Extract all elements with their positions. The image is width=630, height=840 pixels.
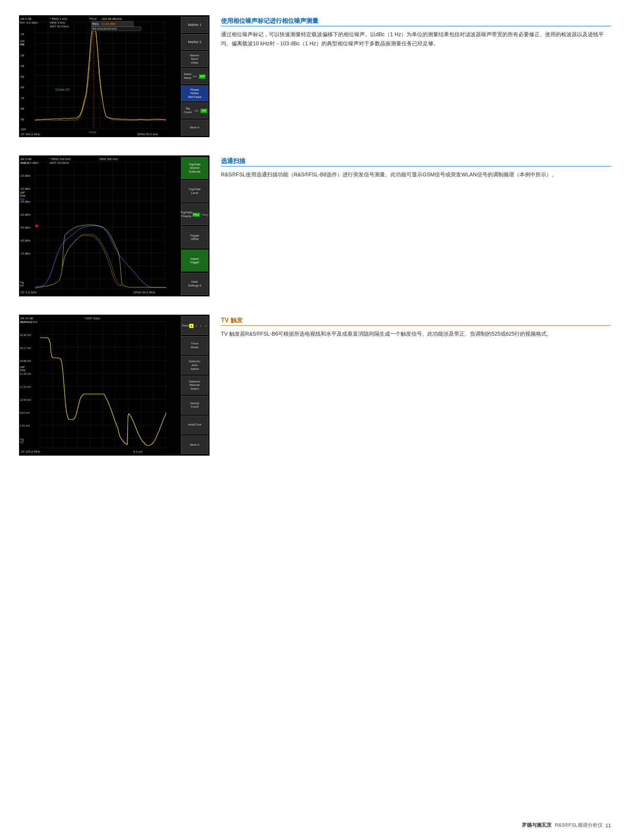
sidebar-phase-noise: Marker 1 Marker 2 MarkerNormDelta NoiseM… <box>180 15 209 137</box>
svg-text:-3 dBm: -3 dBm <box>20 161 29 165</box>
btn-trace-select[interactable]: Trace 1 2 3 4 <box>181 316 208 335</box>
svg-text:CF 225.0 MHz: CF 225.0 MHz <box>21 450 40 453</box>
section-gate-sweep: Att 5 dB * RBW 100 kHz VBW 300 kHz SWT 1… <box>19 155 611 296</box>
svg-text:VBW 300 kHz: VBW 300 kHz <box>99 157 118 161</box>
btn-more-0[interactable]: More 0 <box>181 120 208 136</box>
screen-tv-trigger: Att 10 dB * SWT 62μs Ref 43.1 mV 38.791 … <box>19 315 209 456</box>
spectrum-svg-gate: Att 5 dB * RBW 100 kHz VBW 300 kHz SWT 1… <box>19 155 180 296</box>
btn-trg-gate-source[interactable]: Trg/GateSourceExternal <box>181 157 208 179</box>
svg-text:MI[1]: MI[1] <box>92 22 99 26</box>
svg-text:1Sa: 1Sa <box>20 40 25 42</box>
svg-text:* SWT 62μs: * SWT 62μs <box>84 317 100 320</box>
btn-trg-gate-polarity[interactable]: Trg/GatePolarityPosNeg <box>181 203 208 226</box>
svg-text:30.17 mV: 30.17 mV <box>20 347 31 349</box>
content-gate-sweep: 选通扫描 R&S®FSL使用选通扫描功能（R&S®FSL-B8选件）进行突发信号… <box>221 155 611 179</box>
svg-rect-81 <box>35 225 38 227</box>
svg-text:-39: -39 <box>20 54 24 57</box>
svg-text:2Av: 2Av <box>20 198 24 201</box>
svg-text:Count 20: Count 20 <box>55 88 69 91</box>
svg-text:-13 dBm: -13 dBm <box>20 174 30 178</box>
section-phase-noise: Att 0 dB * RBW 1 kHz Phn2 -102.46 dBc/Hz… <box>19 15 611 137</box>
spectrum-display-gate: Att 5 dB * RBW 100 kHz VBW 300 kHz SWT 1… <box>19 155 209 296</box>
svg-text:Ext: Ext <box>20 284 24 287</box>
svg-text:SWT 15.00ms: SWT 15.00ms <box>50 161 69 165</box>
title-tv-trigger: TV 触发 <box>221 317 611 326</box>
body-phase-noise: 通过相位噪声标记，可以快速测量特定载波偏移下的相位噪声。以dBc（1 Hz）为单… <box>221 30 611 48</box>
svg-text:CF 500.0 MHz: CF 500.0 MHz <box>21 133 40 136</box>
body-tv-trigger: TV 触发器R&S®FSL-B6可根据所选电视线和水平及或垂直消隐间隔生成一个触… <box>221 330 611 339</box>
btn-trg-gate-level[interactable]: Trg/GateLevel <box>181 180 208 202</box>
svg-text:1AP: 1AP <box>20 191 25 194</box>
btn-sweep-count[interactable]: SweepCount <box>181 396 208 414</box>
svg-text:-53 dBm: -53 dBm <box>20 226 30 229</box>
svg-text:Att  0 dB: Att 0 dB <box>21 17 31 21</box>
btn-gate-settings[interactable]: GateSettings 0 <box>181 273 208 295</box>
btn-marker-norm-delta[interactable]: MarkerNormDelta <box>181 51 208 67</box>
svg-text:-63 dBm: -63 dBm <box>20 239 30 242</box>
btn-phase-noise-ref[interactable]: PhaseNoiseRef Fixed <box>181 85 208 101</box>
svg-text:Trg: Trg <box>20 281 24 284</box>
btn-detector-manual-select[interactable]: DetectorManualSelect <box>181 376 208 394</box>
btn-detector-auto-select[interactable]: DetectorAutoSelect <box>181 356 208 374</box>
svg-text:-79: -79 <box>20 96 24 100</box>
title-phase-noise: 使用相位噪声标记进行相位噪声测量 <box>221 17 611 26</box>
svg-text:-89: -89 <box>20 107 24 110</box>
footer-brand: 罗德与施瓦茨 <box>522 822 552 829</box>
svg-text:VBW  3 kHz: VBW 3 kHz <box>50 21 65 24</box>
svg-text:4.31 mV: 4.31 mV <box>20 424 30 427</box>
svg-text:Att  10 dB: Att 10 dB <box>21 317 33 320</box>
sidebar-tv: Trace 1 2 3 4 TraceMode DetectorAutoSele… <box>180 315 209 456</box>
btn-hold-cont[interactable]: Hold/Cont <box>181 416 208 434</box>
content-tv-trigger: TV 触发 TV 触发器R&S®FSL-B6可根据所选电视线和水平及或垂直消隐间… <box>221 315 611 339</box>
svg-text:Ref -9.0 dBm: Ref -9.0 dBm <box>20 21 38 24</box>
content-phase-noise: 使用相位噪声标记进行相位噪声测量 通过相位噪声标记，可以快速测量特定载波偏移下的… <box>221 15 611 48</box>
screen-gate-sweep: Att 5 dB * RBW 100 kHz VBW 300 kHz SWT 1… <box>19 155 209 296</box>
svg-text:Avg: Avg <box>20 43 24 46</box>
svg-text:-102.46 dBc/Hz: -102.46 dBc/Hz <box>101 17 122 21</box>
svg-text:-49: -49 <box>20 64 24 68</box>
body-gate-sweep: R&S®FSL使用选通扫描功能（R&S®FSL-B8选件）进行突发信号测量。此功… <box>221 170 611 179</box>
svg-text:6.2 μs/: 6.2 μs/ <box>133 450 143 453</box>
svg-text:-19: -19 <box>20 32 24 36</box>
svg-text:-11.81 dBm: -11.81 dBm <box>101 22 116 26</box>
svg-text:500.000100000 MHz: 500.000100000 MHz <box>92 27 117 30</box>
btn-trace-mode[interactable]: TraceMode <box>181 336 208 355</box>
svg-text:* RBW  100 kHz: * RBW 100 kHz <box>50 157 71 161</box>
btn-sig-count[interactable]: Sig CountOnOff <box>181 102 208 118</box>
svg-text:25.86 mV: 25.86 mV <box>20 360 31 362</box>
btn-trigger-offset[interactable]: TriggerOffset <box>181 226 208 248</box>
btn-noise-meas[interactable]: NoiseMeasOnOff <box>181 68 208 84</box>
svg-text:8.62 mV: 8.62 mV <box>20 411 30 414</box>
footer-product: R&S®FSL频谱分析仪 <box>555 822 602 829</box>
svg-text:34.46 mV: 34.46 mV <box>20 334 31 336</box>
svg-text:-69: -69 <box>20 86 24 89</box>
svg-text:TV: TV <box>20 441 23 444</box>
svg-text:12.93 mV: 12.93 mV <box>20 398 31 401</box>
svg-text:-43 dBm: -43 dBm <box>20 213 30 216</box>
section-tv-trigger: Att 10 dB * SWT 62μs Ref 43.1 mV 38.791 … <box>19 315 611 456</box>
svg-text:Phn2: Phn2 <box>90 17 97 21</box>
btn-marker2[interactable]: Marker 2 <box>181 34 208 50</box>
svg-text:Clrw: Clrw <box>20 369 26 371</box>
page-footer: 罗德与施瓦茨 R&S®FSL频谱分析仪 11 <box>522 822 611 829</box>
svg-text:Clrw: Clrw <box>20 194 26 197</box>
svg-text:* RBW  1 kHz: * RBW 1 kHz <box>50 17 67 21</box>
btn-marker1[interactable]: Marker 1 <box>181 17 208 33</box>
spectrum-display-tv: Att 10 dB * SWT 62μs Ref 43.1 mV 38.791 … <box>19 315 209 456</box>
btn-gated-trigger[interactable]: GatedTrigger <box>181 250 208 272</box>
spectrum-svg-tv: Att 10 dB * SWT 62μs Ref 43.1 mV 38.791 … <box>19 315 180 456</box>
svg-text:1AP: 1AP <box>20 366 25 368</box>
spectrum-display-phase-noise: Att 0 dB * RBW 1 kHz Phn2 -102.46 dBc/Hz… <box>19 15 209 137</box>
svg-text:PHN: PHN <box>90 131 96 134</box>
svg-text:SWT 50.00ms: SWT 50.00ms <box>50 25 69 28</box>
btn-more-tv[interactable]: More 0 <box>181 435 208 454</box>
screen-phase-noise: Att 0 dB * RBW 1 kHz Phn2 -102.46 dBc/Hz… <box>19 15 209 137</box>
svg-text:Trg: Trg <box>20 438 24 441</box>
svg-text:CF 2.4 GHz: CF 2.4 GHz <box>21 291 37 294</box>
svg-text:-73 dBm: -73 dBm <box>20 252 30 255</box>
footer-page: 11 <box>606 822 611 828</box>
svg-text:38.791 mV: 38.791 mV <box>20 321 33 323</box>
svg-text:-23 dBm: -23 dBm <box>20 187 30 190</box>
sidebar-gate: Trg/GateSourceExternal Trg/GateLevel Trg… <box>180 155 209 296</box>
svg-text:17.24 mV: 17.24 mV <box>20 386 31 388</box>
